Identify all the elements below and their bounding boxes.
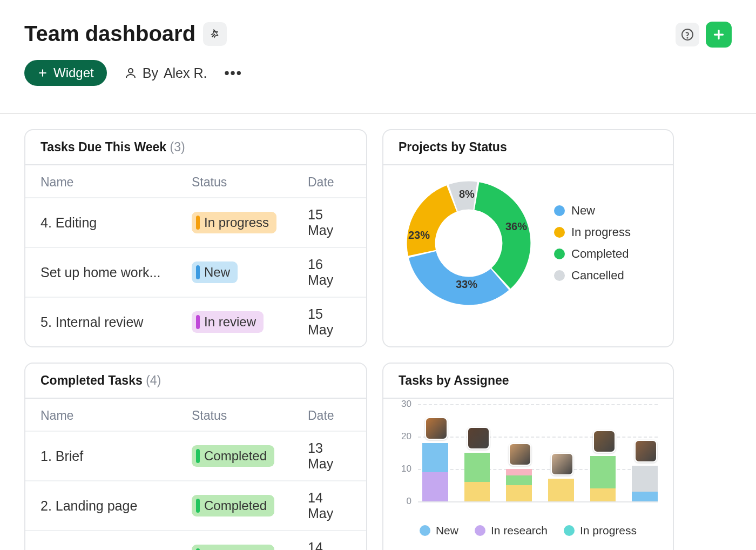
projects-by-status-title: Projects by Status [399,140,507,154]
author-name: Alex R. [164,65,207,81]
task-date: 15 May [308,306,351,338]
bar-column [632,466,658,501]
col-status: Status [192,408,308,423]
status-pill: Completed [192,445,274,467]
more-menu-button[interactable]: ••• [224,65,242,82]
completed-count: (4) [146,373,161,387]
col-date: Date [308,408,351,423]
bar-column [590,456,616,501]
status-pill: New [192,261,238,283]
widget-button-label: Widget [53,65,94,81]
avatar [509,443,531,466]
task-name: 2. Landing page [40,498,192,514]
task-name: Set up home work... [40,265,192,280]
bar-column [506,469,532,501]
help-button[interactable] [676,23,699,46]
add-widget-button[interactable]: Widget [24,60,107,86]
svg-point-2 [129,69,133,73]
svg-point-1 [687,38,688,38]
help-icon [681,28,694,41]
legend-item: New [554,204,631,218]
donut-label-cancelled: 8% [459,188,475,200]
dots-icon: ••• [224,65,242,81]
status-pill: Completed [192,545,274,550]
table-row[interactable]: Set up home work...New16 May [25,247,366,297]
table-row[interactable]: 4. EditingIn progress15 May [25,197,366,247]
pin-icon [209,28,221,40]
donut-legend: NewIn progressCompletedCancelled [554,204,631,283]
bar-chart: 0102030 [399,404,658,512]
legend-item: New [420,524,458,537]
bar-legend: NewIn researchIn progress [399,524,658,537]
legend-item: In progress [554,225,631,239]
avatar [467,427,490,450]
bar-column [464,453,490,501]
legend-item: In research [475,524,548,537]
table-row[interactable]: 2. Landing pageCompleted14 May [25,480,366,530]
task-name: 4. Editing [40,215,192,231]
y-tick: 10 [401,464,411,474]
tasks-due-columns: Name Status Date [25,164,366,197]
person-icon [124,66,137,79]
task-date: 14 May [308,490,351,521]
col-name: Name [40,408,192,423]
task-date: 16 May [308,257,351,288]
legend-item: Cancelled [554,269,631,283]
completed-title: Completed Tasks [40,373,143,387]
plus-icon [712,28,726,42]
page-title: Team dashboard [24,22,195,46]
task-date: 13 May [308,440,351,472]
table-row[interactable]: 1. BriefCompleted13 May [25,431,366,480]
table-row[interactable]: ReserveCompleted14 May [25,530,366,550]
status-pill: Completed [192,495,274,517]
bar-column [548,479,574,501]
bar-column [422,443,448,501]
avatar [425,417,448,440]
col-date: Date [308,175,351,190]
donut-label-inprogress: 23% [408,229,430,242]
tasks-by-assignee-card: Tasks by Assignee 0102030 NewIn research… [382,363,674,550]
donut-label-new: 33% [456,278,477,291]
task-date: 15 May [308,207,351,238]
tasks-due-card: Tasks Due This Week (3) Name Status Date… [24,129,367,347]
legend-item: Completed [554,247,631,261]
avatar [551,453,573,475]
legend-item: In progress [564,524,637,537]
col-status: Status [192,175,308,190]
task-name: Reserve [40,548,192,551]
task-name: 1. Brief [40,448,192,464]
task-date: 14 May [308,540,351,550]
plus-icon [37,68,48,78]
task-name: 5. Internal review [40,314,192,330]
status-pill: In review [192,311,264,333]
table-row[interactable]: 5. Internal reviewIn review15 May [25,297,366,346]
tasks-by-assignee-title: Tasks by Assignee [399,373,509,387]
tasks-due-count: (3) [170,140,185,154]
projects-by-status-card: Projects by Status 36% 33% 23% 8% NewIn … [382,129,674,347]
pin-button[interactable] [203,22,227,46]
y-tick: 0 [407,496,411,507]
avatar [593,430,616,453]
tasks-due-title: Tasks Due This Week [40,140,166,154]
author-prefix: By [143,65,158,81]
donut-chart: 36% 33% 23% 8% [399,173,539,313]
avatar [634,440,657,462]
completed-columns: Name Status Date [25,398,366,431]
author-chip[interactable]: By Alex R. [124,65,207,81]
col-name: Name [40,175,192,190]
completed-tasks-card: Completed Tasks (4) Name Status Date 1. … [24,363,367,550]
donut-label-completed: 36% [505,220,527,233]
add-button[interactable] [706,22,732,48]
y-tick: 30 [401,399,411,410]
y-tick: 20 [401,431,411,442]
status-pill: In progress [192,212,276,233]
